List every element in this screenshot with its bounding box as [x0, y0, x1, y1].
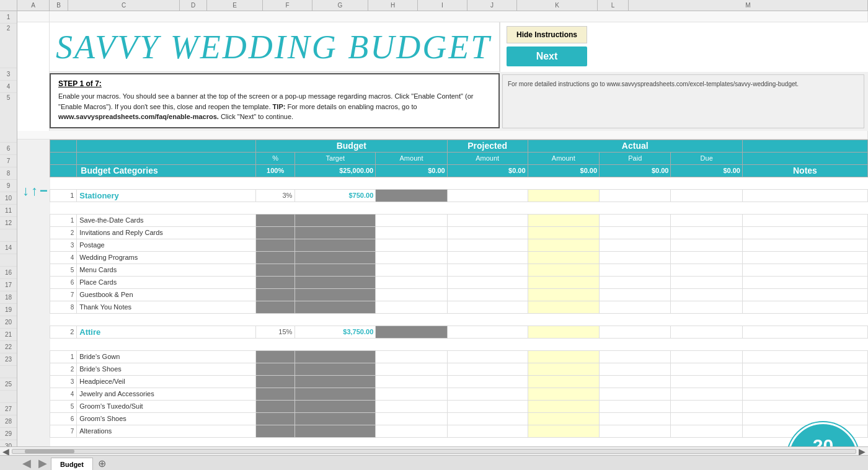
item1-5-paid[interactable]	[600, 264, 671, 276]
item1-4-notes[interactable]	[742, 251, 867, 264]
item2-6-amount[interactable]	[376, 412, 447, 425]
item2-1-amount[interactable]	[376, 350, 447, 363]
item1-7-due[interactable]	[671, 288, 742, 301]
item1-5-proj[interactable]	[447, 264, 528, 276]
move-up-button[interactable]: ↑	[31, 183, 38, 199]
item1-5-due[interactable]	[671, 264, 742, 276]
item1-7-proj[interactable]	[447, 288, 528, 301]
item2-4-amount[interactable]	[376, 388, 447, 400]
item2-2-due[interactable]	[671, 363, 742, 375]
item1-4-paid[interactable]	[600, 251, 671, 264]
item2-7-due[interactable]	[671, 425, 742, 437]
item2-1-paid[interactable]	[600, 350, 671, 363]
hscrollbar-track[interactable]	[12, 449, 856, 454]
item1-4-amount[interactable]	[376, 251, 447, 264]
item1-3-paid[interactable]	[600, 239, 671, 251]
tab-nav-right[interactable]: ▶	[35, 456, 51, 470]
col-header-k: K	[517, 0, 598, 11]
item2-3-notes[interactable]	[742, 375, 867, 388]
item2-1-proj[interactable]	[447, 350, 528, 363]
item1-5-notes[interactable]	[742, 264, 867, 276]
item1-5-amount[interactable]	[376, 264, 447, 276]
item1-8-notes[interactable]	[742, 301, 867, 313]
item1-2-proj[interactable]	[447, 226, 528, 239]
item1-3-notes[interactable]	[742, 239, 867, 251]
item-row-menu: 5 Menu Cards	[50, 264, 868, 276]
item1-1-proj[interactable]	[447, 214, 528, 226]
hscroll-bar[interactable]: ◀ ▶	[0, 446, 868, 455]
item1-4-proj[interactable]	[447, 251, 528, 264]
item2-7-proj[interactable]	[447, 425, 528, 437]
item2-6-due[interactable]	[671, 412, 742, 425]
item2-4-due[interactable]	[671, 388, 742, 400]
item2-5-amount[interactable]	[376, 400, 447, 412]
item2-3-due[interactable]	[671, 375, 742, 388]
item1-6-paid[interactable]	[600, 276, 671, 288]
item1-6-notes[interactable]	[742, 276, 867, 288]
hscrollbar-thumb[interactable]	[25, 450, 74, 453]
item2-4-notes[interactable]	[742, 388, 867, 400]
item1-2-amount[interactable]	[376, 226, 447, 239]
item1-8-paid[interactable]	[600, 301, 671, 313]
item-row-gown: 1 Bride's Gown	[50, 350, 868, 363]
tab-nav-left[interactable]: ◀	[19, 456, 35, 470]
item1-2-due[interactable]	[671, 226, 742, 239]
hide-instructions-button[interactable]: Hide Instructions	[507, 26, 587, 43]
item1-1-notes[interactable]	[742, 214, 867, 226]
item1-3-proj[interactable]	[447, 239, 528, 251]
item2-2-paid[interactable]	[600, 363, 671, 375]
add-tab-button[interactable]: ⊕	[93, 458, 111, 470]
spacer-26-cell	[50, 338, 868, 350]
item1-6-amount[interactable]	[376, 276, 447, 288]
item1-4-due[interactable]	[671, 251, 742, 264]
item1-6-proj[interactable]	[447, 276, 528, 288]
item2-7-paid[interactable]	[600, 425, 671, 437]
item1-1-paid[interactable]	[600, 214, 671, 226]
rn-21: 21	[0, 329, 17, 341]
item1-8-gray1	[255, 301, 294, 313]
item2-2-notes[interactable]	[742, 363, 867, 375]
item1-6-due[interactable]	[671, 276, 742, 288]
item2-4-proj[interactable]	[447, 388, 528, 400]
item2-3-paid[interactable]	[600, 375, 671, 388]
item2-4-paid[interactable]	[600, 388, 671, 400]
item2-3-proj[interactable]	[447, 375, 528, 388]
col-header-c: C	[68, 0, 180, 11]
item1-5-gray2	[295, 264, 376, 276]
item2-2-amount[interactable]	[376, 363, 447, 375]
item2-6-notes[interactable]	[742, 412, 867, 425]
item1-7-amount[interactable]	[376, 288, 447, 301]
spacer-13	[50, 177, 868, 189]
item1-2-paid[interactable]	[600, 226, 671, 239]
item2-1-notes[interactable]	[742, 350, 867, 363]
tab-budget[interactable]: Budget	[51, 458, 93, 470]
move-down-button[interactable]: ↓	[22, 183, 29, 199]
item1-3-amount[interactable]	[376, 239, 447, 251]
item1-7-notes[interactable]	[742, 288, 867, 301]
item2-1-due[interactable]	[671, 350, 742, 363]
item1-3-due[interactable]	[671, 239, 742, 251]
item2-5-due[interactable]	[671, 400, 742, 412]
item2-6-paid[interactable]	[600, 412, 671, 425]
th-total-proj: $0.00	[447, 164, 528, 177]
remove-button[interactable]: −	[40, 183, 48, 199]
item1-1-amount[interactable]	[376, 214, 447, 226]
item1-8-due[interactable]	[671, 301, 742, 313]
th-amount: Amount	[376, 152, 447, 164]
item2-5-notes[interactable]	[742, 400, 867, 412]
item1-7-paid[interactable]	[600, 288, 671, 301]
item-row-groom-shoes: 6 Groom's Shoes	[50, 412, 868, 425]
col-header-a: A	[17, 0, 50, 11]
item1-8-yellow	[528, 301, 599, 313]
item1-8-proj[interactable]	[447, 301, 528, 313]
item1-8-amount[interactable]	[376, 301, 447, 313]
next-button[interactable]: Next	[507, 47, 587, 66]
item2-7-amount[interactable]	[376, 425, 447, 437]
item2-2-proj[interactable]	[447, 363, 528, 375]
item2-5-paid[interactable]	[600, 400, 671, 412]
item2-3-amount[interactable]	[376, 375, 447, 388]
item1-1-due[interactable]	[671, 214, 742, 226]
item2-6-proj[interactable]	[447, 412, 528, 425]
item2-5-proj[interactable]	[447, 400, 528, 412]
item1-2-notes[interactable]	[742, 226, 867, 239]
